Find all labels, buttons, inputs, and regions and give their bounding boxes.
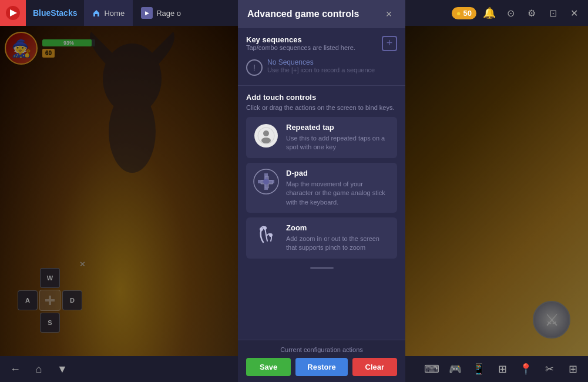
modal-footer: Current configuration actions Save Resto… bbox=[238, 340, 405, 382]
key-sequences-title: Key sequences bbox=[246, 35, 355, 44]
svg-point-5 bbox=[263, 130, 269, 136]
tab-game[interactable]: ▶ Rage o bbox=[133, 0, 189, 26]
keyboard-icon[interactable]: ⌨ bbox=[422, 360, 441, 378]
advanced-game-controls-panel: Advanced game controls × Key sequences T… bbox=[238, 0, 405, 382]
app-logo bbox=[0, 0, 26, 26]
key-sequences-subtitle: Tap/combo sequences are listed here. bbox=[246, 44, 355, 51]
scroll-dot bbox=[310, 267, 334, 269]
svg-point-9 bbox=[260, 227, 263, 231]
touch-controls-section: Add touch controls Click or drag the act… bbox=[238, 86, 405, 277]
modal-title: Advanced game controls bbox=[247, 9, 359, 19]
svg-point-6 bbox=[261, 138, 271, 143]
top-bar-right: ● 50 🔔 ⊙ ⚙ ⊡ ✕ bbox=[452, 5, 588, 21]
dpad-card-title: D-pad bbox=[286, 169, 390, 177]
tap-circle-icon bbox=[254, 124, 278, 148]
modal-body: Key sequences Tap/combo sequences are li… bbox=[238, 28, 405, 340]
notification-icon[interactable]: 🔔 bbox=[481, 5, 498, 21]
clear-button[interactable]: Clear bbox=[352, 358, 397, 376]
game-tab-icon: ▶ bbox=[141, 7, 153, 19]
zoom-svg-icon bbox=[254, 224, 278, 248]
screen-icon[interactable]: 📱 bbox=[469, 360, 488, 378]
no-sequences-label: No Sequences bbox=[267, 58, 375, 66]
dpad-svg-icon bbox=[253, 169, 279, 195]
repeated-tap-title: Repeated tap bbox=[286, 123, 390, 132]
zoom-description: Add zoom in or out to the screen that su… bbox=[286, 234, 390, 253]
no-sequences-hint: Use the [+] icon to record a sequence bbox=[267, 66, 375, 73]
grid-icon[interactable]: ⊞ bbox=[563, 360, 582, 378]
config-label: Current configuration actions bbox=[246, 346, 397, 353]
repeated-tap-icon bbox=[253, 123, 279, 149]
scissors-icon[interactable]: ✂ bbox=[540, 360, 559, 378]
key-sequences-section: Key sequences Tap/combo sequences are li… bbox=[238, 28, 405, 86]
home-icon bbox=[92, 9, 100, 17]
alert-icon: ! bbox=[246, 59, 263, 76]
bottom-left: ← ⌂ ▼ bbox=[6, 360, 72, 378]
save-button[interactable]: Save bbox=[246, 358, 291, 376]
coin-badge: ● 50 bbox=[452, 7, 476, 19]
dpad-description: Map the movement of your character or th… bbox=[286, 180, 390, 207]
scroll-indicator bbox=[246, 263, 397, 273]
svg-point-8 bbox=[263, 179, 269, 185]
close-window-icon[interactable]: ✕ bbox=[566, 5, 582, 21]
restore-button[interactable]: Restore bbox=[295, 358, 347, 376]
key-sequences-header: Key sequences Tap/combo sequences are li… bbox=[246, 35, 397, 51]
pinch-zoom-icon bbox=[254, 224, 278, 248]
settings-icon[interactable]: ⚙ bbox=[523, 5, 540, 21]
repeated-tap-description: Use this to add repeated taps on a spot … bbox=[286, 134, 390, 152]
restore-window-icon[interactable]: ⊡ bbox=[545, 5, 561, 21]
zoom-card[interactable]: Zoom Add zoom in or out to the screen th… bbox=[246, 217, 397, 259]
top-bar-left: BlueStacks Home ▶ Rage o bbox=[0, 0, 189, 26]
home-bottom-icon[interactable]: ⌂ bbox=[29, 360, 48, 378]
tab-home[interactable]: Home bbox=[84, 0, 133, 26]
scroll-down-icon[interactable]: ▼ bbox=[53, 360, 72, 378]
location-icon[interactable]: 📍 bbox=[516, 360, 535, 378]
bottom-right: ⌨ 🎮 📱 ⊞ 📍 ✂ ⊞ bbox=[422, 360, 582, 378]
touch-controls-subtitle: Click or drag the actions on the screen … bbox=[246, 104, 397, 111]
camera-icon[interactable]: ⊙ bbox=[502, 5, 519, 21]
zoom-title: Zoom bbox=[286, 223, 390, 232]
no-sequences-area: ! No Sequences Use the [+] icon to recor… bbox=[246, 53, 397, 81]
app-name: BlueStacks bbox=[26, 8, 84, 18]
no-sequences-text: No Sequences Use the [+] icon to record … bbox=[267, 58, 375, 73]
repeated-tap-info: Repeated tap Use this to add repeated ta… bbox=[286, 123, 390, 152]
zoom-info: Zoom Add zoom in or out to the screen th… bbox=[286, 223, 390, 253]
dpad-info: D-pad Map the movement of your character… bbox=[286, 169, 390, 207]
dpad-card[interactable]: D-pad Map the movement of your character… bbox=[246, 163, 397, 213]
footer-buttons: Save Restore Clear bbox=[246, 358, 397, 376]
modal-close-button[interactable]: × bbox=[382, 7, 396, 21]
modal-header: Advanced game controls × bbox=[238, 0, 405, 28]
touch-controls-title: Add touch controls bbox=[246, 93, 397, 102]
dpad-card-icon bbox=[253, 169, 279, 195]
zoom-card-icon bbox=[253, 223, 279, 249]
back-icon[interactable]: ← bbox=[6, 360, 25, 378]
tablet-icon[interactable]: ⊞ bbox=[493, 360, 512, 378]
controls-icon[interactable]: 🎮 bbox=[446, 360, 465, 378]
repeated-tap-card[interactable]: Repeated tap Use this to add repeated ta… bbox=[246, 117, 397, 158]
tap-svg bbox=[257, 126, 275, 145]
svg-point-11 bbox=[269, 233, 273, 237]
add-sequence-button[interactable]: + bbox=[382, 36, 397, 51]
svg-point-10 bbox=[263, 226, 267, 230]
key-sequences-text: Key sequences Tap/combo sequences are li… bbox=[246, 35, 355, 51]
